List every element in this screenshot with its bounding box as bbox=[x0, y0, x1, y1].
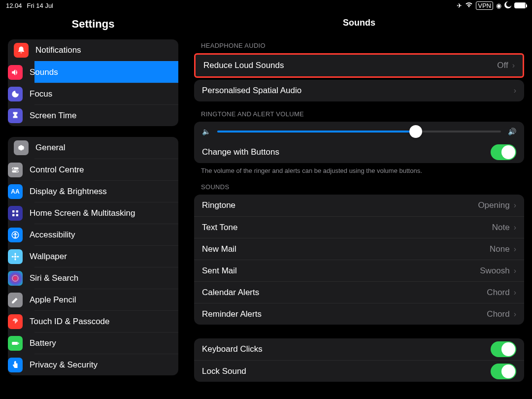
fingerprint-icon bbox=[8, 314, 23, 329]
sidebar-item-label: General bbox=[35, 143, 65, 153]
reminder-alerts-row[interactable]: Reminder Alerts Chord › bbox=[194, 303, 524, 325]
sidebar-item-controlcentre[interactable]: Control Centre bbox=[34, 159, 178, 180]
sidebar-item-pencil[interactable]: Apple Pencil bbox=[34, 289, 178, 310]
sidebar-item-label: Accessibility bbox=[30, 230, 75, 240]
section-ringtone-title: RINGTONE AND ALERT VOLUME bbox=[186, 101, 532, 122]
svg-point-2 bbox=[13, 167, 14, 169]
sidebar-item-screentime[interactable]: Screen Time bbox=[34, 104, 178, 126]
chevron-right-icon: › bbox=[514, 310, 516, 319]
sidebar-item-label: Touch ID & Passcode bbox=[30, 317, 110, 327]
svg-point-13 bbox=[12, 256, 14, 257]
moon-icon bbox=[504, 1, 511, 10]
sidebar-item-label: Home Screen & Multitasking bbox=[30, 208, 135, 218]
status-date: Fri 14 Jul bbox=[27, 2, 53, 9]
text-size-icon: AA bbox=[8, 184, 23, 199]
svg-point-11 bbox=[15, 253, 16, 255]
svg-rect-16 bbox=[12, 342, 18, 345]
sidebar-item-touchid[interactable]: Touch ID & Passcode bbox=[34, 310, 178, 332]
svg-point-14 bbox=[17, 256, 19, 257]
chevron-right-icon: › bbox=[512, 61, 515, 70]
chevron-right-icon: › bbox=[514, 201, 516, 210]
change-with-buttons-row[interactable]: Change with Buttons bbox=[194, 141, 524, 163]
keyboard-clicks-toggle[interactable] bbox=[491, 341, 516, 357]
flower-icon bbox=[8, 249, 23, 264]
svg-rect-4 bbox=[12, 210, 15, 213]
hand-icon bbox=[8, 358, 23, 372]
sidebar-item-label: Battery bbox=[30, 338, 56, 348]
vpn-badge: VPN bbox=[476, 1, 493, 10]
section-keyboard: Keyboard Clicks Lock Sound bbox=[194, 338, 524, 382]
sidebar-item-label: Privacy & Security bbox=[30, 360, 98, 370]
sidebar-item-label: Focus bbox=[30, 89, 52, 99]
svg-point-12 bbox=[15, 258, 16, 261]
slider-thumb[interactable] bbox=[409, 125, 422, 138]
wifi-icon bbox=[465, 2, 473, 9]
sidebar-group-2: General Control Centre AA Display & Brig… bbox=[8, 137, 178, 375]
sidebar-item-sounds[interactable]: Sounds bbox=[34, 61, 178, 83]
grid-icon bbox=[8, 206, 23, 221]
sent-mail-row[interactable]: Sent Mail Swoosh › bbox=[194, 260, 524, 281]
volume-slider-row: 🔈 🔊 bbox=[194, 122, 524, 141]
volume-low-icon: 🔈 bbox=[202, 128, 210, 135]
reduce-loud-sounds-row-highlighted: Reduce Loud Sounds Off › bbox=[194, 53, 524, 78]
moon-icon bbox=[8, 87, 23, 101]
chevron-right-icon: › bbox=[514, 266, 516, 275]
sidebar-item-notifications[interactable]: Notifications bbox=[8, 39, 178, 61]
calendar-alerts-row[interactable]: Calendar Alerts Chord › bbox=[194, 281, 524, 303]
volume-high-icon: 🔊 bbox=[508, 128, 516, 135]
chevron-right-icon: › bbox=[514, 245, 516, 254]
section-headphone: Personalised Spatial Audio › bbox=[194, 80, 524, 101]
sidebar-item-privacy[interactable]: Privacy & Security bbox=[34, 354, 178, 375]
chevron-right-icon: › bbox=[514, 223, 516, 232]
section-sounds-title: SOUNDS bbox=[186, 174, 532, 195]
sidebar-item-wallpaper[interactable]: Wallpaper bbox=[34, 245, 178, 267]
gear-icon bbox=[14, 140, 29, 155]
sidebar-item-label: Notifications bbox=[35, 45, 81, 55]
new-mail-row[interactable]: New Mail None › bbox=[194, 238, 524, 260]
sidebar-item-label: Screen Time bbox=[30, 111, 76, 121]
battery-icon bbox=[514, 2, 526, 8]
battery-icon bbox=[8, 336, 23, 351]
lock-sound-row[interactable]: Lock Sound bbox=[194, 360, 524, 382]
svg-point-3 bbox=[16, 170, 18, 172]
spatial-audio-row[interactable]: Personalised Spatial Audio › bbox=[194, 80, 524, 101]
hourglass-icon bbox=[8, 108, 23, 123]
sidebar-item-label: Control Centre bbox=[30, 165, 84, 175]
svg-point-10 bbox=[14, 255, 17, 258]
sidebar-item-label: Sounds bbox=[30, 67, 58, 77]
reduce-loud-sounds-row[interactable]: Reduce Loud Sounds Off › bbox=[196, 55, 523, 76]
svg-rect-6 bbox=[12, 214, 15, 216]
lock-sound-toggle[interactable] bbox=[491, 364, 516, 379]
pencil-icon bbox=[8, 293, 23, 307]
text-tone-row[interactable]: Text Tone Note › bbox=[194, 216, 524, 238]
location-icon: ◉ bbox=[496, 2, 501, 9]
accessibility-icon bbox=[8, 228, 23, 242]
volume-slider[interactable] bbox=[217, 131, 501, 133]
volume-footer-text: The volume of the ringer and alerts can … bbox=[186, 163, 532, 174]
svg-rect-17 bbox=[18, 342, 19, 344]
sidebar-item-general[interactable]: General bbox=[8, 137, 178, 159]
settings-title: Settings bbox=[0, 11, 186, 39]
sidebar-item-label: Siri & Search bbox=[30, 273, 78, 283]
svg-point-15 bbox=[12, 275, 18, 281]
sidebar-item-focus[interactable]: Focus bbox=[34, 83, 178, 104]
sidebar-item-display[interactable]: AA Display & Brightness bbox=[34, 180, 178, 202]
status-icons: ✈ VPN ◉ bbox=[457, 1, 526, 10]
ringtone-row[interactable]: Ringtone Opening › bbox=[194, 195, 524, 216]
bell-icon bbox=[14, 43, 29, 58]
sidebar-group-1: Notifications Sounds Focus Screen Time bbox=[8, 39, 178, 126]
keyboard-clicks-row[interactable]: Keyboard Clicks bbox=[194, 338, 524, 360]
sidebar: Settings Notifications Sounds Focus Scre… bbox=[0, 11, 186, 399]
sidebar-item-battery[interactable]: Battery bbox=[34, 332, 178, 354]
sidebar-item-siri[interactable]: Siri & Search bbox=[34, 267, 178, 289]
toggle-icon bbox=[8, 163, 23, 177]
reduce-loud-value: Off bbox=[497, 61, 508, 70]
chevron-right-icon: › bbox=[514, 288, 516, 297]
sidebar-item-homescreen[interactable]: Home Screen & Multitasking bbox=[34, 202, 178, 224]
section-ringtone-volume: 🔈 🔊 Change with Buttons bbox=[194, 122, 524, 163]
svg-rect-5 bbox=[16, 210, 19, 213]
section-headphone-title: HEADPHONE AUDIO bbox=[186, 33, 532, 53]
sidebar-item-accessibility[interactable]: Accessibility bbox=[34, 224, 178, 245]
section-sounds: Ringtone Opening › Text Tone Note › New … bbox=[194, 195, 524, 325]
change-buttons-toggle[interactable] bbox=[491, 144, 516, 160]
